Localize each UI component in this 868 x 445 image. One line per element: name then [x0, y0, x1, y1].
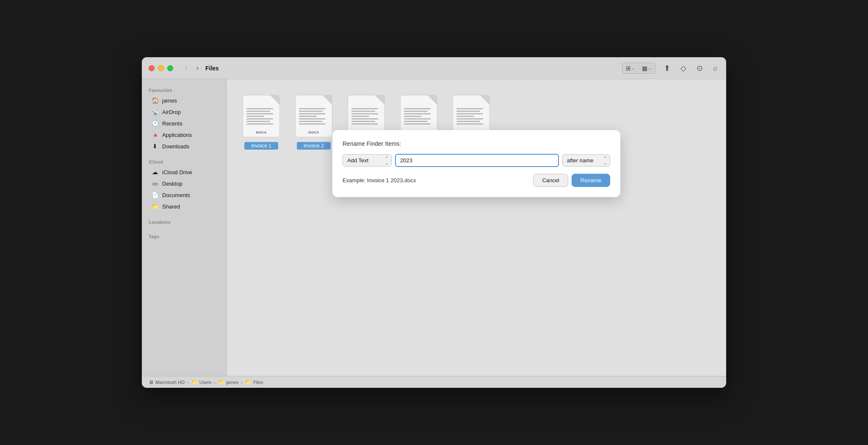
- breadcrumb-separator-3: ›: [241, 380, 243, 385]
- desktop-icon: ▭: [151, 180, 159, 187]
- view-toggle: ⊞ ⌄ ▦ ⌄: [622, 63, 655, 74]
- breadcrumb-macintosh-hd[interactable]: 🖥 Macintosh HD: [149, 379, 185, 385]
- action-select[interactable]: Add Text Replace Text Format: [343, 154, 392, 167]
- file-label-invoice2: Invoice 2: [297, 142, 331, 150]
- file-label-invoice1: Invoice 1: [244, 142, 278, 150]
- sidebar-label-applications: Applications: [162, 132, 192, 138]
- breadcrumb-separator-2: ›: [214, 380, 216, 385]
- sidebar-item-recents[interactable]: 🕐 Recents: [144, 118, 224, 129]
- tag-button[interactable]: ◇: [679, 62, 688, 75]
- rename-dialog: Rename Finder Items: Add Text Replace Te…: [332, 130, 620, 197]
- file-lines: [243, 103, 279, 125]
- icloud-icon: ☁: [151, 169, 159, 175]
- list-item[interactable]: DOCX Invoice 2: [293, 93, 335, 150]
- users-folder-icon: 📁: [191, 379, 198, 385]
- file-badge-invoice1: DOCX: [256, 131, 266, 134]
- grid-icon: ⊞: [626, 65, 631, 72]
- downloads-icon: ⬇: [151, 143, 159, 150]
- search-button[interactable]: ⌕: [711, 62, 719, 74]
- back-icon: ‹: [185, 64, 188, 72]
- sidebar-section-icloud: iCloud: [142, 156, 226, 166]
- sidebar-item-james[interactable]: 🏠 james: [144, 95, 224, 106]
- james-folder-icon: 📁: [218, 379, 224, 385]
- sidebar-section-tags: Tags: [142, 231, 226, 241]
- maximize-button[interactable]: [167, 65, 173, 71]
- search-icon: ⌕: [713, 64, 718, 72]
- sidebar-label-icloud-drive: iCloud Drive: [162, 169, 192, 175]
- more-button[interactable]: ⊙: [695, 62, 705, 75]
- breadcrumb-label-macintosh-hd: Macintosh HD: [155, 380, 185, 385]
- titlebar: ‹ › Files ⊞ ⌄ ▦ ⌄ ⬆ ◇: [142, 57, 726, 79]
- file-badge-invoice2: DOCX: [308, 131, 319, 134]
- file-lines: [296, 103, 332, 125]
- dialog-footer: Example: Invoice 1 2023.docx Cancel Rena…: [343, 174, 610, 187]
- tag-icon: ◇: [680, 64, 686, 72]
- list-view-button[interactable]: ▦ ⌄: [639, 63, 655, 73]
- dialog-row: Add Text Replace Text Format ⌃⌄ after na…: [343, 154, 610, 167]
- sidebar-label-airdrop: AirDrop: [162, 109, 181, 115]
- file-icon-invoice2: DOCX: [295, 95, 332, 137]
- statusbar: 🖥 Macintosh HD › 📁 Users › 📁 james › 📁 F…: [142, 376, 726, 388]
- forward-button[interactable]: ›: [193, 62, 202, 74]
- share-button[interactable]: ⬆: [662, 62, 672, 75]
- window-title: Files: [205, 65, 219, 72]
- rename-button[interactable]: Rename: [572, 174, 610, 187]
- sidebar-label-shared: Shared: [162, 203, 180, 210]
- breadcrumb-files[interactable]: 📁 Files: [245, 379, 263, 385]
- recents-icon: 🕐: [151, 120, 159, 127]
- sidebar: Favourites 🏠 james 📡 AirDrop 🕐 Recents 🔺…: [142, 79, 227, 376]
- more-icon: ⊙: [697, 64, 703, 72]
- breadcrumb-label-james: james: [226, 380, 238, 385]
- sidebar-item-airdrop[interactable]: 📡 AirDrop: [144, 106, 224, 117]
- sidebar-label-documents: Documents: [162, 192, 190, 198]
- sidebar-label-downloads: Downloads: [162, 143, 189, 150]
- dialog-buttons: Cancel Rename: [533, 174, 610, 187]
- action-select-wrapper: Add Text Replace Text Format ⌃⌄: [343, 154, 392, 167]
- rename-text-input[interactable]: [395, 154, 559, 167]
- sidebar-label-james: james: [162, 97, 177, 104]
- breadcrumb-james[interactable]: 📁 james: [218, 379, 238, 385]
- minimize-button[interactable]: [158, 65, 164, 71]
- main-layout: Favourites 🏠 james 📡 AirDrop 🕐 Recents 🔺…: [142, 79, 726, 376]
- breadcrumb-label-files: Files: [253, 380, 263, 385]
- airdrop-icon: 📡: [151, 108, 159, 115]
- sidebar-item-applications[interactable]: 🔺 Applications: [144, 129, 224, 140]
- chevron-down-icon: ⌄: [632, 66, 635, 70]
- file-icon-wrapper: DOCX: [293, 93, 335, 139]
- grid-view-button[interactable]: ⊞ ⌄: [622, 63, 639, 73]
- chevron-down-icon-2: ⌄: [648, 66, 652, 70]
- toolbar-actions: ⊞ ⌄ ▦ ⌄ ⬆ ◇ ⊙ ⌕: [622, 62, 719, 75]
- macintosh-hd-icon: 🖥: [149, 379, 154, 385]
- sidebar-item-downloads[interactable]: ⬇ Downloads: [144, 141, 224, 152]
- sidebar-label-recents: Recents: [162, 120, 182, 127]
- traffic-lights: [149, 65, 173, 71]
- content-area: DOCX Invoice 1: [227, 79, 726, 376]
- sidebar-label-desktop: Desktop: [162, 181, 182, 187]
- sidebar-item-icloud-drive[interactable]: ☁ iCloud Drive: [144, 167, 224, 178]
- documents-icon: 📄: [151, 192, 159, 198]
- back-button[interactable]: ‹: [182, 62, 191, 74]
- sidebar-item-desktop[interactable]: ▭ Desktop: [144, 178, 224, 189]
- file-icon-invoice1: DOCX: [243, 95, 280, 137]
- position-select[interactable]: after name before name: [562, 154, 610, 167]
- shared-icon: 📁: [151, 203, 159, 210]
- file-icon-wrapper: DOCX: [240, 93, 282, 139]
- list-item[interactable]: DOCX Invoice 1: [240, 93, 282, 150]
- navigation-buttons: ‹ ›: [182, 62, 202, 74]
- breadcrumb-users[interactable]: 📁 Users: [191, 379, 212, 385]
- dialog-example: Example: Invoice 1 2023.docx: [343, 177, 416, 184]
- sidebar-section-locations: Locations: [142, 216, 226, 226]
- sidebar-item-documents[interactable]: 📄 Documents: [144, 189, 224, 200]
- dialog-title: Rename Finder Items:: [343, 140, 610, 147]
- home-icon: 🏠: [151, 97, 159, 104]
- file-lines: [453, 103, 489, 125]
- file-lines: [348, 103, 384, 125]
- cancel-button[interactable]: Cancel: [533, 174, 568, 187]
- files-folder-icon: 📁: [245, 379, 252, 385]
- sidebar-section-favourites: Favourites: [142, 84, 226, 95]
- breadcrumb-separator-1: ›: [187, 380, 189, 385]
- position-select-wrapper: after name before name ⌃⌄: [562, 154, 610, 167]
- sidebar-item-shared[interactable]: 📁 Shared: [144, 201, 224, 212]
- finder-window: ‹ › Files ⊞ ⌄ ▦ ⌄ ⬆ ◇: [142, 57, 726, 388]
- close-button[interactable]: [149, 65, 155, 71]
